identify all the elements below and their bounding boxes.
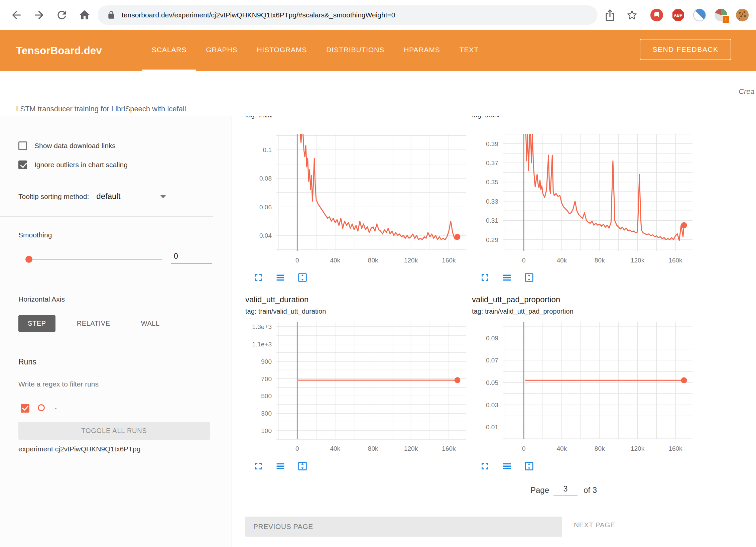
- svg-text:160k: 160k: [442, 257, 456, 264]
- svg-text:0.39: 0.39: [486, 140, 498, 147]
- svg-text:160k: 160k: [668, 445, 682, 452]
- ignore-outliers-checkbox[interactable]: [18, 160, 27, 169]
- svg-text:0.31: 0.31: [486, 217, 498, 224]
- share-button[interactable]: [604, 9, 616, 21]
- horizontal-axis-buttons: STEP RELATIVE WALL: [18, 315, 169, 332]
- runs-menu-button[interactable]: [500, 271, 514, 285]
- bookmark-button[interactable]: [626, 9, 638, 21]
- chevron-down-icon: [160, 195, 166, 198]
- smoothing-slider-track[interactable]: [28, 259, 162, 260]
- tab-text[interactable]: TEXT: [450, 30, 488, 71]
- svg-text:0.35: 0.35: [486, 179, 498, 186]
- tab-graphs[interactable]: GRAPHS: [196, 30, 247, 71]
- divider: [0, 347, 213, 347]
- settings-sidebar: Show data download links Ignore outliers…: [0, 116, 232, 547]
- chart-toolbar: [251, 459, 309, 473]
- adblock-extension-icon[interactable]: [650, 8, 664, 22]
- runs-filter-input[interactable]: [18, 376, 212, 392]
- axis-wall-button[interactable]: WALL: [132, 315, 169, 332]
- reload-button[interactable]: [55, 9, 68, 21]
- svg-text:120k: 120k: [631, 445, 645, 452]
- profile-extension-icon[interactable]: 1: [714, 8, 728, 22]
- svg-text:0.1: 0.1: [263, 146, 272, 153]
- toggle-all-runs-button[interactable]: TOGGLE ALL RUNS: [18, 422, 210, 440]
- tab-hparams[interactable]: HPARAMS: [394, 30, 450, 71]
- run-color-swatch[interactable]: [38, 404, 45, 411]
- home-button[interactable]: [78, 9, 91, 21]
- svg-text:80k: 80k: [368, 257, 378, 264]
- show-download-links-label: Show data download links: [34, 142, 116, 150]
- fit-domain-button[interactable]: [295, 459, 309, 473]
- app-logo[interactable]: TensorBoard.dev: [16, 30, 102, 71]
- svg-text:0.01: 0.01: [486, 424, 498, 431]
- chart-toolbar: [478, 271, 536, 285]
- runs-section-label: Runs: [18, 357, 36, 366]
- fit-domain-button[interactable]: [522, 271, 536, 285]
- scalar-chart-top-left[interactable]: 0.040.060.080.1040k80k120k160k: [246, 134, 470, 266]
- divider: [0, 278, 213, 278]
- svg-text:0.03: 0.03: [486, 402, 498, 409]
- page-number-input[interactable]: [553, 482, 578, 496]
- svg-text:0: 0: [522, 257, 526, 264]
- svg-text:80k: 80k: [595, 445, 605, 452]
- browser-chrome: tensorboard.dev/experiment/cj2vtPiwQHKN9…: [0, 0, 756, 30]
- previous-page-button[interactable]: PREVIOUS PAGE: [245, 517, 562, 537]
- blue-extension-icon[interactable]: [692, 8, 707, 22]
- cookie-extension-icon[interactable]: [735, 8, 749, 22]
- svg-text:40k: 40k: [330, 445, 340, 452]
- tab-distributions[interactable]: DISTRIBUTIONS: [317, 30, 394, 71]
- expand-chart-button[interactable]: [251, 459, 265, 473]
- page-label: Page: [530, 485, 549, 495]
- expand-chart-button[interactable]: [478, 459, 492, 473]
- fit-domain-icon: [523, 272, 535, 283]
- runs-menu-button[interactable]: [273, 459, 287, 473]
- chart-tag-text: tag: train/: [245, 116, 399, 119]
- horizontal-axis-label: Horizontal Axis: [18, 295, 65, 303]
- svg-text:0: 0: [295, 445, 299, 452]
- show-download-links-checkbox[interactable]: [18, 141, 27, 150]
- share-icon: [604, 9, 616, 21]
- svg-text:80k: 80k: [595, 257, 605, 264]
- lock-icon: [107, 11, 116, 19]
- chart-tag-clipped: tag: train/: [245, 116, 399, 119]
- svg-text:120k: 120k: [404, 445, 418, 452]
- run-checkbox[interactable]: [21, 404, 29, 413]
- tooltip-sorting-dropdown[interactable]: default: [96, 192, 167, 204]
- fit-domain-button[interactable]: [295, 271, 309, 285]
- forward-icon: [33, 9, 45, 21]
- svg-text:1.1e+3: 1.1e+3: [252, 341, 272, 348]
- run-name: .: [55, 402, 57, 411]
- scalar-chart-valid-utt-duration[interactable]: 1003005007009001.1e+31.3e+3040k80k120k16…: [246, 322, 470, 454]
- bookmark-star-icon: [626, 9, 638, 21]
- expand-chart-button[interactable]: [478, 271, 492, 285]
- send-feedback-button[interactable]: SEND FEEDBACK: [640, 39, 731, 60]
- created-text: Crea: [739, 87, 755, 96]
- runs-menu-button[interactable]: [273, 271, 287, 285]
- chart-tag: tag: train/valid_utt_pad_proportion: [472, 308, 574, 315]
- runs-menu-button[interactable]: [500, 459, 514, 473]
- svg-text:300: 300: [261, 410, 272, 417]
- svg-text:0.07: 0.07: [486, 357, 498, 364]
- fit-domain-button[interactable]: [522, 459, 536, 473]
- axis-relative-button[interactable]: RELATIVE: [68, 315, 120, 332]
- svg-text:500: 500: [261, 393, 272, 400]
- scalar-chart-top-right[interactable]: 0.290.310.330.350.370.39040k80k120k160k: [473, 134, 697, 266]
- scalar-chart-valid-utt-pad-proportion[interactable]: 0.010.030.050.070.09040k80k120k160k: [473, 322, 697, 454]
- experiment-title: LSTM transducer training for LibriSpeech…: [16, 105, 186, 113]
- axis-step-button[interactable]: STEP: [18, 315, 55, 332]
- forward-button[interactable]: [33, 9, 45, 21]
- smoothing-value-input[interactable]: 0: [171, 249, 212, 264]
- chart-tag-clipped: tag: train/: [472, 116, 626, 119]
- svg-text:1.3e+3: 1.3e+3: [252, 323, 272, 330]
- abp-extension-icon[interactable]: ABP: [671, 8, 685, 22]
- smoothing-slider-thumb[interactable]: [25, 256, 32, 263]
- expand-chart-button[interactable]: [251, 271, 265, 285]
- experiment-id-label: experiment cj2vtPiwQHKN9Q1tx6PTpg: [18, 445, 140, 453]
- chart-toolbar: [251, 271, 309, 285]
- tab-scalars[interactable]: SCALARS: [142, 30, 196, 71]
- home-icon: [78, 9, 91, 21]
- tab-histograms[interactable]: HISTOGRAMS: [247, 30, 317, 71]
- address-bar[interactable]: tensorboard.dev/experiment/cj2vtPiwQHKN9…: [98, 5, 598, 25]
- next-page-button[interactable]: NEXT PAGE: [574, 521, 615, 529]
- back-button[interactable]: [10, 9, 23, 21]
